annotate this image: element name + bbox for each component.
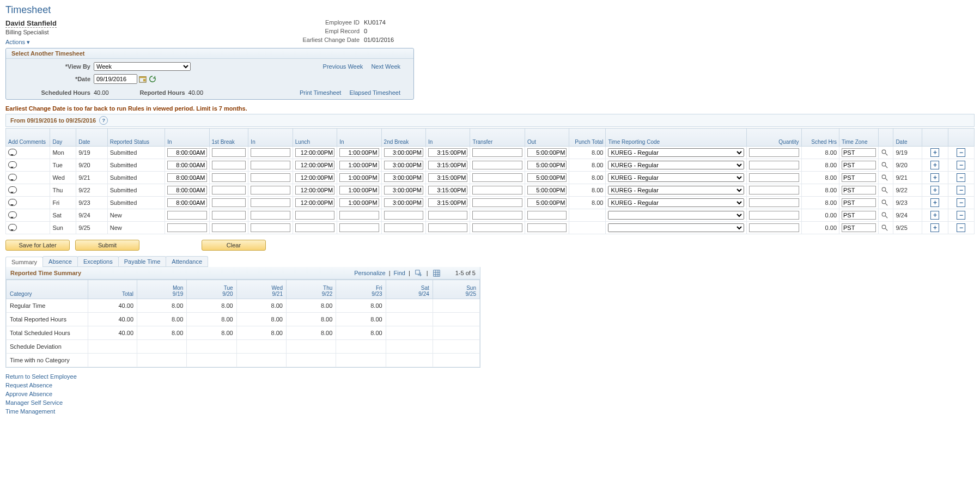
in1-input[interactable] xyxy=(167,173,206,182)
qty-input[interactable] xyxy=(749,161,799,169)
in2-input[interactable] xyxy=(251,161,290,169)
in4-input[interactable] xyxy=(428,198,467,207)
previous-week-link[interactable]: Previous Week xyxy=(323,63,363,70)
lookup-icon[interactable] xyxy=(881,161,888,169)
qty-input[interactable] xyxy=(749,173,799,182)
tz-input[interactable] xyxy=(842,161,876,169)
actions-menu[interactable]: Actions ▾ xyxy=(5,39,30,46)
col-in1[interactable]: In xyxy=(165,129,209,147)
sum-col-d1[interactable]: Tue9/20 xyxy=(187,280,236,299)
brk2-input[interactable] xyxy=(384,198,423,207)
trc-select[interactable] xyxy=(608,211,744,220)
out-input[interactable] xyxy=(527,186,567,195)
trc-select[interactable]: KUREG - Regular xyxy=(608,198,744,207)
col-tz[interactable]: Time Zone xyxy=(839,129,879,147)
grid-download-icon[interactable] xyxy=(433,269,441,277)
col-trc[interactable]: Time Reporting Code xyxy=(606,129,747,147)
brk1-input[interactable] xyxy=(212,161,246,169)
comment-icon[interactable] xyxy=(8,224,17,231)
in2-input[interactable] xyxy=(251,186,290,195)
in1-input[interactable] xyxy=(167,148,206,157)
transfer-input[interactable] xyxy=(472,211,522,220)
col-punch-total[interactable]: Punch Total xyxy=(569,129,606,147)
find-link[interactable]: Find xyxy=(394,270,405,276)
view-by-select[interactable]: Week xyxy=(94,62,191,71)
tz-input[interactable] xyxy=(842,223,876,232)
add-row-icon[interactable]: + xyxy=(930,223,939,232)
col-in3[interactable]: In xyxy=(337,129,381,147)
lookup-icon[interactable] xyxy=(881,149,888,156)
col-in4[interactable]: In xyxy=(425,129,470,147)
col-day[interactable]: Day xyxy=(50,129,76,147)
comment-icon[interactable] xyxy=(8,186,17,193)
brk1-input[interactable] xyxy=(212,211,246,220)
sum-col-d0[interactable]: Mon9/19 xyxy=(137,280,187,299)
tab-summary[interactable]: Summary xyxy=(5,257,43,267)
submit-button[interactable]: Submit xyxy=(75,240,139,251)
out-input[interactable] xyxy=(527,198,567,207)
lunch-input[interactable] xyxy=(295,223,334,232)
sum-col-d2[interactable]: Wed9/21 xyxy=(236,280,286,299)
lookup-icon[interactable] xyxy=(881,211,888,219)
refresh-icon[interactable] xyxy=(148,75,157,83)
trc-select[interactable]: KUREG - Regular xyxy=(608,148,744,157)
in4-input[interactable] xyxy=(428,148,467,157)
add-row-icon[interactable]: + xyxy=(930,161,939,169)
save-button[interactable]: Save for Later xyxy=(5,240,70,251)
delete-row-icon[interactable]: − xyxy=(957,223,965,232)
trc-select[interactable] xyxy=(608,223,744,232)
help-icon[interactable]: ? xyxy=(99,116,108,125)
in3-input[interactable] xyxy=(339,198,379,207)
add-row-icon[interactable]: + xyxy=(930,198,939,207)
transfer-input[interactable] xyxy=(472,148,522,157)
in1-input[interactable] xyxy=(167,223,206,232)
in4-input[interactable] xyxy=(428,223,467,232)
lunch-input[interactable] xyxy=(295,173,334,182)
add-row-icon[interactable]: + xyxy=(930,186,939,195)
clear-button[interactable]: Clear xyxy=(202,240,266,251)
col-date[interactable]: Date xyxy=(76,129,107,147)
next-week-link[interactable]: Next Week xyxy=(371,63,400,70)
col-brk2[interactable]: 2nd Break xyxy=(381,129,425,147)
tab-payable-time[interactable]: Payable Time xyxy=(118,256,167,266)
in3-input[interactable] xyxy=(339,173,379,182)
transfer-input[interactable] xyxy=(472,223,522,232)
in2-input[interactable] xyxy=(251,223,290,232)
tz-input[interactable] xyxy=(842,186,876,195)
sum-col-category[interactable]: Category xyxy=(7,280,88,299)
brk2-input[interactable] xyxy=(384,161,423,169)
in4-input[interactable] xyxy=(428,173,467,182)
link-request-absence[interactable]: Request Absence xyxy=(5,382,975,388)
tab-absence[interactable]: Absence xyxy=(42,256,78,266)
col-add-comments[interactable]: Add Comments xyxy=(6,129,50,147)
tz-input[interactable] xyxy=(842,211,876,220)
in2-input[interactable] xyxy=(251,173,290,182)
col-qty[interactable]: Quantity xyxy=(747,129,802,147)
trc-select[interactable]: KUREG - Regular xyxy=(608,186,744,195)
lookup-icon[interactable] xyxy=(881,224,888,232)
qty-input[interactable] xyxy=(749,186,799,195)
qty-input[interactable] xyxy=(749,211,799,220)
elapsed-timesheet-link[interactable]: Elapsed Timesheet xyxy=(349,89,400,96)
link-return-to-select-employee[interactable]: Return to Select Employee xyxy=(5,373,975,380)
zoom-icon[interactable] xyxy=(415,269,423,277)
col-brk1[interactable]: 1st Break xyxy=(209,129,248,147)
tab-attendance[interactable]: Attendance xyxy=(166,256,208,266)
brk1-input[interactable] xyxy=(212,173,246,182)
delete-row-icon[interactable]: − xyxy=(957,173,965,182)
in2-input[interactable] xyxy=(251,198,290,207)
in1-input[interactable] xyxy=(167,198,206,207)
qty-input[interactable] xyxy=(749,198,799,207)
add-row-icon[interactable]: + xyxy=(930,211,939,220)
comment-icon[interactable] xyxy=(8,174,17,181)
lunch-input[interactable] xyxy=(295,198,334,207)
transfer-input[interactable] xyxy=(472,173,522,182)
add-row-icon[interactable]: + xyxy=(930,148,939,157)
in2-input[interactable] xyxy=(251,211,290,220)
comment-icon[interactable] xyxy=(8,149,17,156)
out-input[interactable] xyxy=(527,148,567,157)
employee-name[interactable]: David Stanfield xyxy=(5,19,57,28)
in1-input[interactable] xyxy=(167,211,206,220)
in3-input[interactable] xyxy=(339,211,379,220)
sum-col-d5[interactable]: Sat9/24 xyxy=(386,280,433,299)
